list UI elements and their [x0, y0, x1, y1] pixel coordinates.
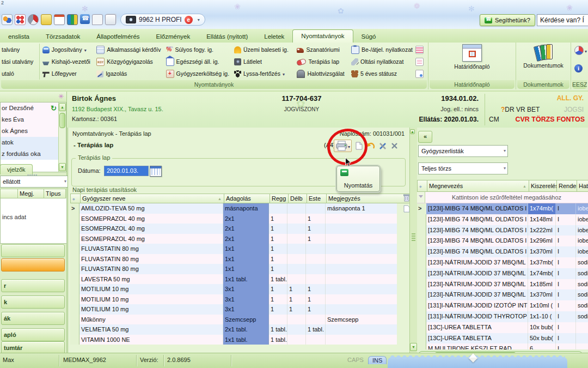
drug-table-row[interactable]: [13C]-UREA TABLETTA 10x bub( I	[417, 322, 588, 333]
therapy-table-row[interactable]: ESOMEPRAZOL 40 mg 2x1 1 1	[70, 234, 397, 244]
filter-row[interactable]: Kattintson ide szűrőfeltétel megadásához	[417, 192, 588, 203]
ribbon-button[interactable]: Üzemi baleseti ig.	[232, 44, 295, 56]
ribbon-button[interactable]: Szanatóriumi	[295, 44, 350, 56]
section-title[interactable]: - Terápiás lap	[74, 142, 113, 148]
teljes-torzs-combobox[interactable]: Teljes törzs	[418, 162, 508, 174]
ribbon-button[interactable]	[414, 68, 428, 80]
toolbar-icon[interactable]	[2, 14, 13, 25]
panel-splitter-scrollbar[interactable]	[409, 128, 418, 353]
toolbar-icon[interactable]	[67, 14, 78, 25]
ribbon-button[interactable]: Oltási nyilatkozat	[350, 56, 414, 68]
column-header-megjegyzes[interactable]: Megjegyzés	[327, 194, 412, 203]
ribbon-button[interactable]: Igazolás	[95, 68, 164, 80]
accordion-section-button[interactable]: r	[1, 279, 65, 292]
collapse-panel-button[interactable]: «	[418, 131, 432, 143]
drug-table-row[interactable]: [123I]-MIBG 74 MBQ/ML OLDATOS I 1x296ml …	[417, 236, 588, 246]
main-tab[interactable]: Előzmények	[148, 31, 199, 43]
main-tab[interactable]: Törzsadatok	[38, 31, 88, 43]
tools-icon[interactable]	[379, 142, 387, 150]
toolbar-icon[interactable]	[105, 14, 116, 25]
toolbar-icon[interactable]	[15, 14, 26, 25]
ribbon-button[interactable]: Egészségi áll. ig.	[164, 56, 232, 68]
ribbon-button[interactable]: Súlyos fogy. ig.	[164, 44, 232, 56]
scroll-down-icon[interactable]	[410, 343, 417, 351]
ribbon-button[interactable]: Lőfegyver	[41, 68, 95, 80]
therapy-table-row[interactable]: VITAMIN 1000 NE 1x1 tabl. 1 tabl.	[70, 335, 397, 345]
column-header-gutter[interactable]	[70, 194, 81, 203]
close-icon[interactable]	[391, 142, 398, 149]
therapy-table-row[interactable]: FLUVASTATIN 80 mg 1x1 1	[70, 264, 397, 274]
therapy-table-row[interactable]: FLUVASTATIN 80 mg 1x1 1	[70, 254, 397, 264]
chevron-down-icon[interactable]	[504, 146, 506, 156]
column-header-reggel[interactable]: Regg	[270, 194, 289, 203]
drug-table-row[interactable]: [123I]-MIBG 74 MBQ/ML OLDATOS I 1x370ml …	[417, 246, 588, 257]
therapy-table-row[interactable]: LAVESTRA 50 mg 1x1 tabl. 1 tabl.	[70, 274, 397, 285]
main-tab[interactable]: Nyomtatványok	[292, 29, 353, 43]
accordion-section-button[interactable]: k	[1, 295, 65, 309]
column-header-rendelheto[interactable]: Rendelh	[557, 180, 577, 192]
therapy-table-row[interactable]: MOTILIUM 10 mg 3x1 1 1 1	[70, 294, 397, 305]
ribbon-button[interactable]: Jogosítvány	[41, 44, 95, 56]
profile-selector[interactable]: 9962 H PROFI e	[120, 14, 205, 26]
toolbar-icon[interactable]	[80, 14, 90, 24]
therapy-table-row[interactable]: Műkönny Szemcsepp Szemcsepp	[70, 315, 397, 325]
info-icon[interactable]: i	[574, 64, 583, 73]
accordion-section-button[interactable]	[1, 258, 65, 272]
therapy-table-row[interactable]: VELMETIA 50 mg 2x1 tabl. 1 tabl. 1 tabl.	[70, 324, 397, 335]
toolbar-icon[interactable]	[28, 14, 39, 25]
ribbon-button[interactable]: Kishajó-vezetői	[41, 56, 95, 68]
therapy-table-row[interactable]: ESOMEPRAZOL 40 mg 2x1 1 1	[70, 224, 397, 234]
datum-input[interactable]: 2020.01.03.	[104, 166, 149, 176]
drug-table-row[interactable]: [123I]-NÁTRIUM-JODID 37 MBQ/ML 1x37mb( I…	[417, 257, 588, 268]
ribbon-button[interactable]: talvány	[0, 44, 39, 56]
main-tab[interactable]: Súgó	[353, 31, 384, 43]
toolbar-icon[interactable]	[41, 14, 52, 25]
drug-table-row[interactable]: M MULTIBONE KÉSZLET RAD 6 I	[417, 343, 588, 349]
column-header-gutter[interactable]	[417, 180, 427, 192]
hataridonaplo-button[interactable]: Határidőnapló	[428, 44, 516, 70]
ribbon-button[interactable]	[414, 56, 428, 68]
column-header-megnevezes[interactable]: Megnevezés	[427, 180, 529, 192]
chevron-down-icon[interactable]	[198, 17, 200, 22]
toolbar-icon[interactable]	[92, 14, 103, 25]
splitter-grip[interactable]	[412, 233, 415, 241]
column-header-kiszereles[interactable]: Kiszerelés	[529, 180, 557, 192]
gyogyszerlistak-combobox[interactable]: Gyógyszerlisták	[418, 145, 508, 157]
chevron-down-icon[interactable]	[84, 46, 87, 53]
new-document-icon[interactable]	[356, 142, 363, 150]
ribbon-button[interactable]: Látlelet	[232, 56, 295, 68]
column-header-adagolas[interactable]: Adagolás	[224, 194, 270, 203]
drug-table-row[interactable]: [123I]-NÁTRIUM-JODID 37 MBQ/ML 1x74mb( I…	[417, 268, 588, 279]
accordion-section-button[interactable]	[1, 244, 65, 257]
main-tab[interactable]: Leletek	[256, 31, 292, 43]
therapy-table-row[interactable]: MOTILIUM 10 mg 3x1 1 1 1	[70, 304, 397, 315]
chevron-down-icon[interactable]	[585, 47, 587, 54]
ribbon-button[interactable]: Halottvizsgálat	[295, 68, 350, 80]
print-button[interactable]	[334, 140, 352, 152]
ribbon-button[interactable]: Alkalmassági kérdőív	[95, 44, 164, 56]
ribbon-button[interactable]	[414, 44, 428, 56]
drug-table-row[interactable]: [123I]-MIBG 74 MBQ/ML OLDATOS I 1x222ml …	[417, 225, 588, 236]
main-tab[interactable]: Állapotfelmérés	[88, 31, 148, 43]
drug-table-row[interactable]: [123I]-NÁTRIUM-JODID 37 MBQ/ML 1x185ml I…	[417, 279, 588, 290]
column-header-este[interactable]: Este	[307, 194, 327, 203]
help-button[interactable]: Segíthetünk?	[480, 14, 535, 26]
therapy-table-row[interactable]: ESOMEPRAZOL 40 mg 2x1 1 1	[70, 214, 397, 224]
ribbon-button[interactable]: Közgyógyigazolás	[95, 56, 164, 68]
main-tab[interactable]: Ellátás (nyitott)	[198, 31, 256, 43]
toolbar-icon[interactable]	[54, 14, 65, 25]
therapy-table-row[interactable]: MOTILIUM 10 mg 3x1 1 1 1	[70, 284, 397, 294]
accordion-section-button[interactable]: ák	[1, 312, 65, 325]
therapy-table-row[interactable]: FLUVASTATIN 80 mg 1x1 1	[70, 244, 397, 254]
drug-table-row[interactable]: [123I]-MIBG 74 MBQ/ML OLDATOS I 1x148ml …	[417, 214, 588, 225]
chevron-down-icon[interactable]	[348, 143, 350, 149]
ribbon-button[interactable]: utaló	[0, 68, 39, 80]
accordion-section-button[interactable]: apló	[1, 328, 65, 341]
column-header-hatoanyag[interactable]: Ható	[577, 180, 588, 192]
ribbon-button[interactable]: Be-/átjel. nyilatkozat	[350, 44, 414, 56]
chevron-down-icon[interactable]	[283, 70, 285, 77]
undo-icon[interactable]	[366, 142, 375, 150]
scroll-up-icon[interactable]	[410, 129, 415, 134]
ribbon-button[interactable]: Gyógyszerköltség ig.	[164, 68, 232, 80]
eeszt-icon[interactable]	[574, 46, 584, 55]
